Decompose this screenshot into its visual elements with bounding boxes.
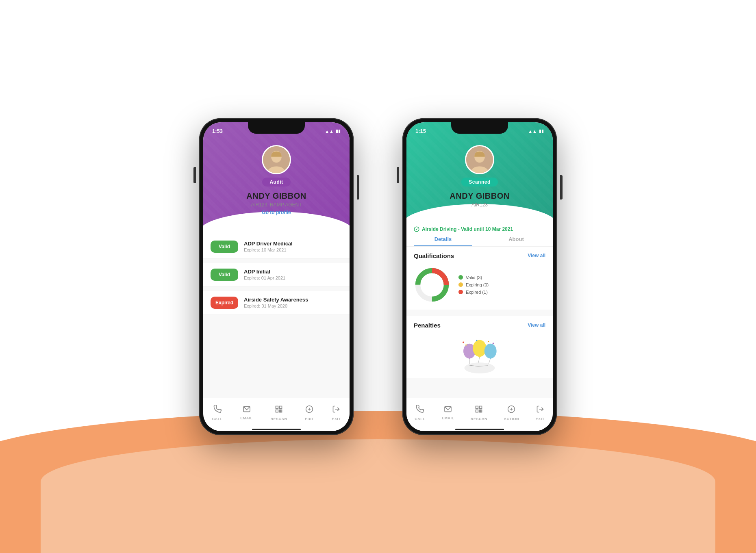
phone1-bottom-nav: CALL EMAIL: [203, 398, 350, 427]
divider-1: [203, 259, 350, 263]
phone2-tabs: Details About: [406, 232, 553, 247]
phone2-nav-action[interactable]: ACTION: [504, 405, 519, 421]
qual-item-2[interactable]: Valid ADP Initial Expires: 01 Apr 2021: [203, 263, 350, 287]
qualifications-section-header: Qualifications View all: [406, 247, 553, 262]
qualifications-view-all[interactable]: View all: [528, 253, 545, 258]
phone2-subtitle: AIR123: [471, 202, 488, 208]
avatar-1: [262, 145, 291, 174]
penalties-view-all[interactable]: View all: [528, 322, 545, 328]
phone1-subtitle: AIR123, RAMP AGENT: [251, 202, 302, 208]
phone2-nav-rescan[interactable]: RESCAN: [471, 405, 487, 421]
phone2-time: 1:15: [415, 128, 426, 134]
phone-1-inner: 1:53 ▲▲ ▮▮: [203, 122, 350, 431]
email-icon-1: [243, 406, 251, 414]
svg-rect-6: [276, 410, 278, 412]
phone1-time: 1:53: [212, 128, 223, 134]
phone2-header-content: Scanned ANDY GIBBON AIR123: [406, 137, 553, 208]
qual-date-1: Expires: 10 Mar 2021: [244, 247, 293, 252]
phone1-nav-rescan[interactable]: RESCAN: [270, 405, 287, 421]
edit-icon-1: [305, 405, 313, 415]
wifi-icon: ▲▲: [325, 129, 334, 134]
home-bar-2-wrapper: [406, 427, 553, 431]
qual-item-1[interactable]: Valid ADP Driver Medical Expires: 10 Mar…: [203, 235, 350, 259]
phone2-nav-exit-label: EXIT: [536, 417, 545, 421]
phone2-content: Qualifications View all: [406, 247, 553, 398]
phone1-header-content: Audit ANDY GIBBON AIR123, RAMP AGENT Go …: [203, 137, 350, 215]
go-to-profile-link[interactable]: Go to profile: [262, 210, 291, 215]
valid-notice: Airside Driving - Valid until 10 Mar 202…: [406, 224, 553, 232]
legend-dot-valid: [458, 275, 463, 280]
call-icon-1: [213, 405, 222, 415]
phone1-nav-email[interactable]: EMAIL: [240, 406, 253, 420]
phone-2-inner: 1:15 ▲▲ ▮▮: [406, 122, 553, 431]
phone2-status-icons: ▲▲ ▮▮: [528, 128, 544, 134]
phone1-nav-exit-label: EXIT: [332, 417, 341, 421]
phone2-nav-call[interactable]: CALL: [415, 405, 425, 421]
phone1-nav-call[interactable]: CALL: [212, 405, 223, 421]
legend-expired: Expired (1): [458, 290, 489, 295]
balloons-illustration: [459, 337, 500, 373]
phone1-nav-email-label: EMAIL: [240, 416, 253, 420]
qualifications-title: Qualifications: [414, 252, 454, 259]
chart-row: Valid (3) Expiring (0) Expired (1): [406, 262, 553, 310]
rescan-icon-1: [275, 405, 283, 415]
exit-icon-1: [332, 405, 340, 415]
phone1-nav-edit[interactable]: EDIT: [305, 405, 314, 421]
svg-rect-43: [480, 410, 481, 411]
phone1-badge: Audit: [262, 178, 290, 187]
svg-point-28: [469, 358, 470, 359]
svg-rect-10: [281, 410, 282, 411]
phone-2: 1:15 ▲▲ ▮▮: [402, 118, 557, 435]
penalties-section: Penalties View all: [406, 316, 553, 378]
phone2-nav-email[interactable]: EMAIL: [442, 406, 454, 420]
chart-legend: Valid (3) Expiring (0) Expired (1): [458, 275, 489, 295]
legend-label-expired: Expired (1): [466, 290, 488, 295]
svg-rect-7: [280, 410, 281, 411]
call-icon-2: [416, 405, 424, 415]
svg-point-29: [479, 356, 480, 357]
phone2-header: 1:15 ▲▲ ▮▮: [406, 122, 553, 224]
rescan-icon-2: [475, 405, 483, 415]
phone1-nav-rescan-label: RESCAN: [270, 417, 287, 421]
battery-icon: ▮▮: [336, 128, 341, 134]
valid-notice-text: Airside Driving - Valid until 10 Mar 202…: [422, 226, 513, 232]
phone2-nav-email-label: EMAIL: [442, 416, 454, 420]
svg-point-34: [465, 344, 467, 345]
qual-text-3: Airside Safety Awareness Expired: 01 May…: [244, 297, 308, 308]
svg-rect-42: [476, 410, 478, 412]
phone1-nav-edit-label: EDIT: [305, 417, 314, 421]
phone2-badge: Scanned: [461, 178, 498, 187]
legend-dot-expired: [458, 290, 463, 294]
phone2-nav-action-label: ACTION: [504, 417, 519, 421]
qual-item-3[interactable]: Expired Airside Safety Awareness Expired…: [203, 291, 350, 315]
bg-blob-inner: [41, 439, 715, 553]
tab-about[interactable]: About: [480, 232, 553, 246]
svg-rect-9: [280, 411, 281, 412]
svg-rect-31: [463, 341, 464, 343]
svg-rect-46: [481, 410, 482, 411]
notch-1: [248, 122, 305, 134]
qual-badge-1: Valid: [211, 241, 238, 253]
wifi-icon-2: ▲▲: [528, 129, 537, 134]
phone2-name: ANDY GIBBON: [450, 191, 509, 201]
penalties-section-header: Penalties View all: [406, 316, 553, 332]
phone2-nav-exit[interactable]: EXIT: [536, 405, 545, 421]
email-icon-2: [444, 406, 452, 414]
qual-text-2: ADP Initial Expires: 01 Apr 2021: [244, 269, 285, 280]
qual-date-2: Expires: 01 Apr 2021: [244, 275, 285, 280]
phones-container: 1:53 ▲▲ ▮▮: [199, 118, 557, 435]
phone-1: 1:53 ▲▲ ▮▮: [199, 118, 354, 435]
svg-point-35: [493, 343, 494, 344]
svg-rect-8: [281, 411, 282, 412]
phone2-bottom-nav: CALL EMAIL: [406, 398, 553, 427]
notch-2: [451, 122, 508, 134]
svg-rect-4: [276, 406, 278, 408]
qual-title-3: Airside Safety Awareness: [244, 297, 308, 303]
qual-badge-3: Expired: [211, 297, 238, 309]
svg-rect-40: [476, 406, 478, 408]
phone1-nav-exit[interactable]: EXIT: [332, 405, 341, 421]
penalties-title: Penalties: [414, 322, 441, 329]
qual-date-3: Expired: 01 May 2020: [244, 304, 308, 308]
tab-details[interactable]: Details: [406, 232, 480, 246]
svg-point-24: [473, 340, 486, 357]
